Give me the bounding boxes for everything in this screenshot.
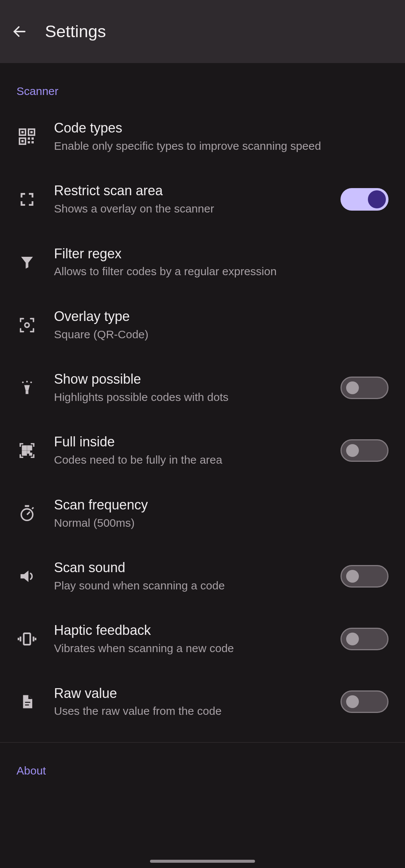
switch-restrict-scan-area[interactable] bbox=[340, 188, 388, 211]
setting-text: Haptic feedback Vibrates when scanning a… bbox=[54, 622, 333, 656]
filter-icon bbox=[16, 252, 38, 273]
section-header-about: About bbox=[0, 743, 405, 785]
switch-thumb bbox=[346, 570, 359, 583]
setting-scan-sound[interactable]: Scan sound Play sound when scanning a co… bbox=[0, 545, 405, 607]
setting-filter-regex[interactable]: Filter regex Allows to filter codes by a… bbox=[0, 231, 405, 294]
setting-text: Code types Enable only specific types to… bbox=[54, 119, 388, 154]
setting-title: Haptic feedback bbox=[54, 622, 333, 639]
switch-thumb bbox=[346, 381, 359, 394]
back-button[interactable] bbox=[10, 23, 28, 41]
setting-haptic-feedback[interactable]: Haptic feedback Vibrates when scanning a… bbox=[0, 607, 405, 670]
setting-title: Raw value bbox=[54, 685, 333, 702]
setting-text: Full inside Codes need to be fully in th… bbox=[54, 433, 333, 467]
setting-subtitle: Square (QR-Code) bbox=[54, 327, 388, 342]
timer-icon bbox=[16, 503, 38, 524]
setting-title: Filter regex bbox=[54, 245, 388, 263]
svg-rect-16 bbox=[22, 446, 26, 450]
svg-line-24 bbox=[32, 508, 33, 509]
setting-text: Overlay type Square (QR-Code) bbox=[54, 308, 388, 342]
svg-line-22 bbox=[27, 512, 30, 515]
switch-thumb bbox=[346, 633, 359, 645]
setting-subtitle: Normal (500ms) bbox=[54, 515, 388, 531]
setting-overlay-type[interactable]: Overlay type Square (QR-Code) bbox=[0, 294, 405, 356]
setting-title: Code types bbox=[54, 119, 388, 137]
setting-title: Scan frequency bbox=[54, 496, 388, 514]
qr-scan-icon bbox=[16, 440, 38, 461]
setting-subtitle: Highlights possible codes with dots bbox=[54, 390, 333, 405]
gesture-bar[interactable] bbox=[150, 860, 255, 863]
setting-restrict-scan-area[interactable]: Restrict scan area Shows a overlay on th… bbox=[0, 168, 405, 231]
switch-show-possible[interactable] bbox=[340, 377, 388, 399]
setting-text: Scan sound Play sound when scanning a co… bbox=[54, 559, 333, 593]
setting-raw-value[interactable]: Raw value Uses the raw value from the co… bbox=[0, 671, 405, 733]
svg-point-14 bbox=[30, 381, 32, 383]
setting-subtitle: Vibrates when scanning a new code bbox=[54, 641, 333, 656]
svg-point-12 bbox=[22, 381, 24, 383]
setting-subtitle: Play sound when scanning a code bbox=[54, 578, 333, 594]
svg-rect-7 bbox=[28, 137, 30, 140]
setting-text: Filter regex Allows to filter codes by a… bbox=[54, 245, 388, 279]
switch-haptic-feedback[interactable] bbox=[340, 628, 388, 650]
setting-subtitle: Allows to filter codes by a regular expr… bbox=[54, 264, 388, 279]
setting-title: Overlay type bbox=[54, 308, 388, 326]
switch-thumb bbox=[346, 695, 359, 708]
svg-point-11 bbox=[25, 323, 29, 327]
setting-text: Scan frequency Normal (500ms) bbox=[54, 496, 388, 530]
crop-icon bbox=[16, 189, 38, 210]
page-title: Settings bbox=[45, 22, 106, 41]
svg-rect-4 bbox=[30, 131, 33, 133]
setting-title: Show possible bbox=[54, 371, 333, 388]
section-header-scanner: Scanner bbox=[0, 63, 405, 105]
vibration-icon bbox=[16, 628, 38, 649]
svg-rect-9 bbox=[28, 141, 30, 143]
setting-subtitle: Codes need to be fully in the area bbox=[54, 452, 333, 468]
setting-text: Show possible Highlights possible codes … bbox=[54, 371, 333, 405]
setting-text: Restrict scan area Shows a overlay on th… bbox=[54, 182, 333, 216]
switch-full-inside[interactable] bbox=[340, 439, 388, 462]
svg-rect-8 bbox=[32, 137, 34, 140]
setting-subtitle: Uses the raw value from the code bbox=[54, 704, 333, 719]
volume-icon bbox=[16, 566, 38, 587]
svg-rect-25 bbox=[24, 633, 30, 645]
switch-raw-value[interactable] bbox=[340, 690, 388, 713]
switch-scan-sound[interactable] bbox=[340, 565, 388, 588]
switch-thumb bbox=[346, 444, 359, 457]
svg-point-13 bbox=[26, 381, 28, 382]
setting-code-types[interactable]: Code types Enable only specific types to… bbox=[0, 105, 405, 168]
svg-rect-20 bbox=[30, 454, 32, 455]
svg-rect-6 bbox=[21, 140, 24, 142]
setting-title: Restrict scan area bbox=[54, 182, 333, 200]
focus-icon bbox=[16, 315, 38, 336]
setting-scan-frequency[interactable]: Scan frequency Normal (500ms) bbox=[0, 482, 405, 545]
svg-rect-18 bbox=[22, 451, 26, 455]
setting-text: Raw value Uses the raw value from the co… bbox=[54, 685, 333, 719]
svg-rect-15 bbox=[26, 390, 28, 394]
setting-full-inside[interactable]: Full inside Codes need to be fully in th… bbox=[0, 419, 405, 482]
qr-code-icon bbox=[16, 126, 38, 147]
svg-rect-2 bbox=[21, 131, 24, 133]
arrow-left-icon bbox=[12, 24, 27, 39]
app-header: Settings bbox=[0, 0, 405, 63]
setting-subtitle: Enable only specific types to improve sc… bbox=[54, 139, 388, 154]
settings-content: Scanner Code types Enable only specific … bbox=[0, 63, 405, 785]
document-icon bbox=[16, 691, 38, 712]
highlight-icon bbox=[16, 377, 38, 398]
setting-show-possible[interactable]: Show possible Highlights possible codes … bbox=[0, 356, 405, 419]
setting-title: Full inside bbox=[54, 433, 333, 451]
setting-title: Scan sound bbox=[54, 559, 333, 577]
svg-rect-10 bbox=[32, 141, 34, 143]
switch-thumb bbox=[368, 190, 386, 208]
setting-subtitle: Shows a overlay on the scanner bbox=[54, 201, 333, 217]
svg-rect-17 bbox=[28, 446, 32, 450]
